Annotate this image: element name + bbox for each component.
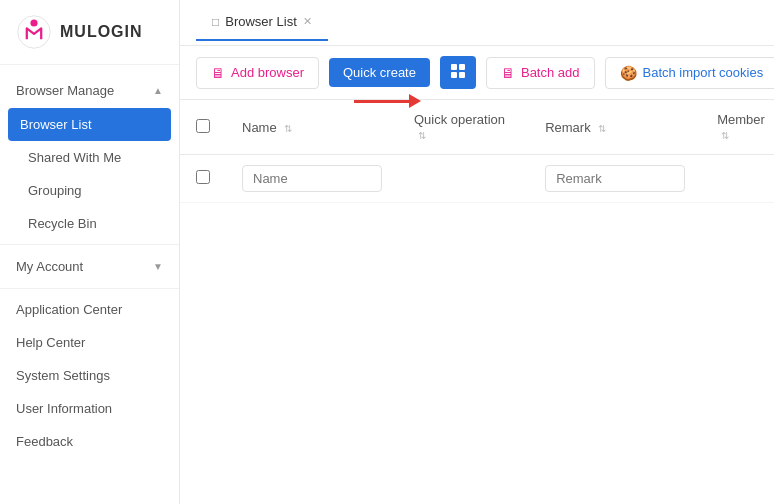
sort-quick-operation-icon[interactable]: ⇅ [418, 130, 426, 141]
sidebar-section-my-account[interactable]: My Account ▼ [0, 249, 179, 284]
add-browser-button[interactable]: 🖥 Add browser [196, 57, 319, 89]
table-filter-row [180, 155, 774, 203]
red-arrow [354, 94, 421, 108]
svg-rect-4 [451, 72, 457, 78]
add-browser-label: Add browser [231, 65, 304, 80]
chevron-down-icon: ▼ [153, 261, 163, 272]
quick-create-button[interactable]: Quick create [329, 58, 430, 87]
filter-name-cell [226, 155, 398, 203]
sidebar-item-recycle-bin[interactable]: Recycle Bin [0, 207, 179, 240]
sidebar: MULOGIN Browser Manage ▲ Browser List Sh… [0, 0, 180, 504]
select-all-checkbox[interactable] [196, 119, 210, 133]
table-header-checkbox-cell [180, 100, 226, 155]
table-header-member: Member ⇅ [701, 100, 774, 155]
arrow-head [409, 94, 421, 108]
filter-name-input[interactable] [242, 165, 382, 192]
table-header-name: Name ⇅ [226, 100, 398, 155]
sidebar-section-browser-manage-label: Browser Manage [16, 83, 114, 98]
logo-area: MULOGIN [0, 0, 179, 65]
sidebar-item-help-center[interactable]: Help Center [0, 326, 179, 359]
tab-close-icon[interactable]: ✕ [303, 15, 312, 28]
main-content: □ Browser List ✕ 🖥 Add browser Quick cre… [180, 0, 774, 504]
tab-browser-list-label: Browser List [225, 14, 297, 29]
grid-icon [450, 63, 466, 82]
sidebar-section-my-account-label: My Account [16, 259, 83, 274]
batch-import-label: Batch import cookies [643, 65, 764, 80]
sidebar-item-shared-with-me[interactable]: Shared With Me [0, 141, 179, 174]
nav-divider-2 [0, 288, 179, 289]
sidebar-item-system-settings[interactable]: System Settings [0, 359, 179, 392]
sort-member-icon[interactable]: ⇅ [721, 130, 729, 141]
quick-create-label: Quick create [343, 65, 416, 80]
sidebar-item-application-center[interactable]: Application Center [0, 293, 179, 326]
table-header-quick-operation: Quick operation ⇅ [398, 100, 529, 155]
svg-point-1 [30, 19, 37, 26]
sidebar-item-feedback[interactable]: Feedback [0, 425, 179, 458]
sidebar-item-user-information[interactable]: User Information [0, 392, 179, 425]
batch-add-button[interactable]: 🖥 Batch add [486, 57, 595, 89]
browser-table-container: Name ⇅ Quick operation ⇅ Remark ⇅ Member… [180, 100, 774, 504]
filter-member-cell [701, 155, 774, 203]
tab-square-icon: □ [212, 15, 219, 29]
filter-remark-input[interactable] [545, 165, 685, 192]
batch-import-cookies-button[interactable]: 🍪 Batch import cookies [605, 57, 774, 89]
svg-rect-2 [451, 64, 457, 70]
batch-add-icon: 🖥 [501, 65, 515, 81]
arrow-indicator [354, 94, 421, 108]
table-header-remark: Remark ⇅ [529, 100, 701, 155]
sidebar-section-browser-manage[interactable]: Browser Manage ▲ [0, 73, 179, 108]
grid-view-button[interactable] [440, 56, 476, 89]
filter-row-checkbox[interactable] [196, 170, 210, 184]
sidebar-item-browser-list[interactable]: Browser List [8, 108, 171, 141]
tab-bar: □ Browser List ✕ [180, 0, 774, 46]
sort-remark-icon[interactable]: ⇅ [598, 123, 606, 134]
add-browser-icon: 🖥 [211, 65, 225, 81]
logo-text: MULOGIN [60, 23, 143, 41]
sort-name-icon[interactable]: ⇅ [284, 123, 292, 134]
filter-row-checkbox-cell [180, 155, 226, 203]
chevron-up-icon: ▲ [153, 85, 163, 96]
browser-table: Name ⇅ Quick operation ⇅ Remark ⇅ Member… [180, 100, 774, 203]
batch-import-icon: 🍪 [620, 65, 637, 81]
batch-add-label: Batch add [521, 65, 580, 80]
svg-rect-3 [459, 64, 465, 70]
filter-remark-cell [529, 155, 701, 203]
tab-browser-list[interactable]: □ Browser List ✕ [196, 4, 328, 41]
toolbar: 🖥 Add browser Quick create 🖥 Batch add 🍪 [180, 46, 774, 100]
sidebar-item-grouping[interactable]: Grouping [0, 174, 179, 207]
table-header-row: Name ⇅ Quick operation ⇅ Remark ⇅ Member… [180, 100, 774, 155]
nav-divider [0, 244, 179, 245]
sidebar-navigation: Browser Manage ▲ Browser List Shared Wit… [0, 65, 179, 504]
svg-rect-5 [459, 72, 465, 78]
filter-quick-operation-cell [398, 155, 529, 203]
arrow-shaft [354, 100, 409, 103]
logo-icon [16, 14, 52, 50]
